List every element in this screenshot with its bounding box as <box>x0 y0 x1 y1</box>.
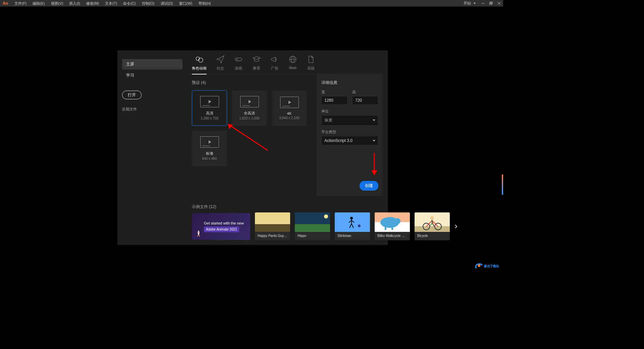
tab-character-animation[interactable]: 角色动画 <box>192 55 207 74</box>
svg-line-17 <box>352 220 354 222</box>
menu-help[interactable]: 帮助(H) <box>196 0 214 7</box>
side-indicator <box>502 174 503 195</box>
preset-name: 高清 <box>206 111 213 116</box>
preset-name: 标准 <box>206 151 213 156</box>
preset-hd[interactable]: 高清 1,280 x 720 <box>192 90 227 126</box>
sample-item[interactable]: Happy Pants Guy Dance <box>255 212 290 240</box>
tab-ads[interactable]: 广告 <box>270 55 279 74</box>
preset-dims: 1,920 x 1,080 <box>239 116 260 120</box>
menu-insert[interactable]: 插入(I) <box>66 0 83 7</box>
menu-control[interactable]: 控制(O) <box>139 0 158 7</box>
tab-advanced[interactable]: 高级 <box>307 55 315 74</box>
sample-item[interactable]: Stickman <box>335 212 370 240</box>
preset-fullhd[interactable]: 全高清 1,920 x 1,080 <box>232 90 267 126</box>
close-button[interactable] <box>495 0 503 7</box>
details-pane: 详细信息 宽 高 单位 像素 <box>317 74 383 196</box>
sample-item[interactable]: Bicycle <box>415 212 450 240</box>
tab-education[interactable]: 教育 <box>252 55 261 74</box>
sample-item[interactable]: Bilbo Walkcycle Side <box>375 212 410 240</box>
graduation-icon <box>252 55 261 64</box>
sample-name: Bicycle <box>415 232 450 240</box>
preset-dims: 1,280 x 720 <box>201 116 218 120</box>
svg-line-16 <box>349 220 352 222</box>
platform-select[interactable]: ActionScript 3.0 <box>321 136 378 145</box>
preset-thumb-icon <box>200 136 219 148</box>
svg-rect-1 <box>490 2 492 4</box>
svg-point-26 <box>430 216 434 219</box>
recent-files-label: 近期文件 <box>122 107 182 112</box>
hero-line2: Adobe Animate 2021 <box>204 227 239 232</box>
chevron-down-icon <box>373 119 375 121</box>
tab-social[interactable]: 社交 <box>216 55 225 74</box>
details-title: 详细信息 <box>321 80 378 86</box>
units-value: 像素 <box>324 117 332 123</box>
menubar: An 文件(F) 编辑(E) 视图(V) 插入(I) 修改(M) 文本(T) 命… <box>0 0 503 7</box>
tab-label: 教育 <box>253 66 260 71</box>
preset-thumb-icon <box>280 97 299 108</box>
width-label: 宽 <box>321 90 347 95</box>
gamepad-icon <box>234 55 243 64</box>
menu-file[interactable]: 文件(F) <box>11 0 30 7</box>
samples-next-button[interactable] <box>454 220 457 233</box>
sample-name: Stickman <box>335 232 370 240</box>
svg-point-31 <box>478 264 480 267</box>
menu-text[interactable]: 文本(T) <box>102 0 120 7</box>
sample-hero[interactable]: Get started with the new Adobe Animate 2… <box>192 213 250 240</box>
megaphone-icon <box>270 55 279 64</box>
open-button[interactable]: 打开 <box>122 91 142 99</box>
create-button[interactable]: 创建 <box>360 181 378 191</box>
presets-title: 预设 (4) <box>192 80 313 86</box>
menu-debug[interactable]: 调试(D) <box>158 0 176 7</box>
document-icon <box>307 55 315 64</box>
chevron-down-icon[interactable] <box>474 3 476 4</box>
svg-rect-23 <box>391 226 393 230</box>
sample-item[interactable]: Hippo <box>295 212 330 240</box>
preset-4k[interactable]: 4K 3,840 x 2,160 <box>272 90 307 126</box>
svg-line-19 <box>352 224 354 228</box>
preset-thumb-icon <box>240 96 259 107</box>
tab-label: 社交 <box>217 66 224 71</box>
svg-point-21 <box>394 218 400 224</box>
rocket-icon <box>195 230 202 237</box>
samples-row: Get started with the new Adobe Animate 2… <box>187 212 388 245</box>
preset-name: 4K <box>287 111 291 115</box>
chevron-down-icon <box>373 140 375 142</box>
platform-label: 平台类型 <box>321 130 378 135</box>
sample-thumb <box>295 212 330 232</box>
svg-rect-7 <box>235 58 242 61</box>
minimize-button[interactable] <box>479 0 487 7</box>
menu-commands[interactable]: 命令(C) <box>120 0 139 7</box>
menu-view[interactable]: 视图(V) <box>48 0 66 7</box>
dialog-sidebar: 主屏 学习 打开 近期文件 <box>117 50 187 245</box>
units-label: 单位 <box>321 109 378 114</box>
svg-text:极光下载站: 极光下载站 <box>484 264 499 268</box>
tab-label: 高级 <box>307 66 315 71</box>
height-label: 高 <box>352 90 378 95</box>
menu-window[interactable]: 窗口(W) <box>176 0 196 7</box>
tab-web[interactable]: Web <box>288 55 297 74</box>
preset-dims: 640 x 480 <box>202 157 217 160</box>
nav-home[interactable]: 主屏 <box>122 59 182 69</box>
tab-label: 角色动画 <box>192 66 207 71</box>
category-tabs: 角色动画 社交 游戏 教育 广告 <box>187 50 382 74</box>
units-select[interactable]: 像素 <box>321 115 378 126</box>
maximize-button[interactable] <box>487 0 495 7</box>
width-input[interactable] <box>321 96 347 105</box>
tab-label: 游戏 <box>235 66 242 71</box>
svg-point-13 <box>198 232 199 233</box>
paper-plane-icon <box>216 55 225 64</box>
stage-area: 主屏 学习 打开 近期文件 角色动画 社交 游戏 <box>0 7 503 272</box>
preset-standard[interactable]: 标准 640 x 480 <box>192 131 227 166</box>
height-input[interactable] <box>352 96 378 105</box>
app-logo: An <box>0 1 11 6</box>
workspace-switcher[interactable]: 开始 <box>461 1 474 6</box>
menu-modify[interactable]: 修改(M) <box>83 0 102 7</box>
tab-label: 广告 <box>271 66 278 71</box>
nav-learn[interactable]: 学习 <box>122 70 182 81</box>
menu-edit[interactable]: 编辑(E) <box>30 0 48 7</box>
svg-point-14 <box>350 217 353 219</box>
tab-game[interactable]: 游戏 <box>234 55 243 74</box>
sample-thumb <box>335 212 370 232</box>
preset-name: 全高清 <box>244 111 255 116</box>
sample-name: Bilbo Walkcycle Side <box>375 232 410 240</box>
